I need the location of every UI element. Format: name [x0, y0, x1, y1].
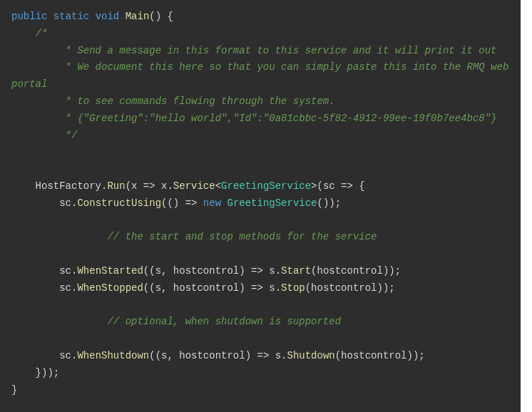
- construct-rest: ());: [317, 197, 342, 209]
- line-whenstopped: sc.WhenStopped((s, hostcontrol) => s.Sto…: [11, 282, 395, 294]
- block-comment-line: * {"Greeting":"hello world","Id":"0a81cb…: [11, 113, 497, 124]
- block-comment-open: /*: [11, 28, 47, 39]
- signature-rest: () {: [149, 11, 173, 22]
- method-start: Start: [281, 265, 311, 277]
- keyword-static: static: [53, 11, 89, 22]
- text-args: ((s, hostcontrol) => s.: [143, 265, 281, 277]
- method-stop: Stop: [281, 282, 305, 294]
- code-snippet: public static void Main() { /* * Send a …: [0, 0, 521, 412]
- line-hostfactory: HostFactory.Run(x => x.Service<GreetingS…: [11, 180, 365, 192]
- generic-open: <: [215, 180, 221, 192]
- text-args: ((s, hostcontrol) => s.: [149, 350, 287, 361]
- method-main: Main: [126, 11, 150, 22]
- method-whenshutdown: WhenShutdown: [77, 350, 149, 361]
- generic-close: >(sc => {: [311, 180, 365, 192]
- line-close-outer: }: [11, 384, 17, 396]
- text-sc: sc.: [11, 197, 77, 209]
- stopped-rest: (hostcontrol));: [305, 282, 395, 294]
- method-whenstopped: WhenStopped: [77, 282, 143, 294]
- line-comment-startstop: // the start and stop methods for the se…: [11, 231, 377, 242]
- shutdown-rest: (hostcontrol));: [335, 350, 425, 361]
- line-signature: public static void Main() {: [11, 11, 173, 22]
- line-comment-optional: // optional, when shutdown is supported: [11, 316, 341, 327]
- method-run: Run: [107, 180, 125, 192]
- started-rest: (hostcontrol));: [311, 265, 401, 277]
- text-lambda: (x => x.: [126, 180, 173, 192]
- text-sc: sc.: [11, 265, 77, 277]
- keyword-public: public: [11, 11, 47, 22]
- block-comment-line: * We document this here so that you can …: [11, 61, 515, 73]
- type-greetingservice: GreetingService: [227, 197, 317, 209]
- text-lambda: (() =>: [161, 197, 203, 209]
- text-args: ((s, hostcontrol) => s.: [143, 282, 281, 294]
- method-constructusing: ConstructUsing: [77, 197, 161, 209]
- text-hostfactory: HostFactory.: [11, 180, 107, 192]
- line-whenstarted: sc.WhenStarted((s, hostcontrol) => s.Sta…: [11, 265, 401, 277]
- type-greetingservice: GreetingService: [221, 180, 311, 192]
- block-comment-close: */: [11, 130, 77, 141]
- method-shutdown: Shutdown: [287, 350, 334, 361]
- line-construct: sc.ConstructUsing(() => new GreetingServ…: [11, 197, 341, 209]
- text-sc: sc.: [11, 282, 77, 294]
- keyword-new: new: [203, 197, 221, 209]
- text-sc: sc.: [11, 350, 77, 361]
- block-comment-line: portal: [11, 78, 47, 90]
- method-service: Service: [173, 180, 215, 192]
- keyword-void: void: [96, 11, 120, 22]
- line-whenshutdown: sc.WhenShutdown((s, hostcontrol) => s.Sh…: [11, 350, 425, 361]
- block-comment-line: * Send a message in this format to this …: [11, 45, 497, 56]
- line-close-inner: }));: [11, 367, 59, 378]
- method-whenstarted: WhenStarted: [77, 265, 143, 277]
- block-comment-line: * to see commands flowing through the sy…: [11, 96, 335, 107]
